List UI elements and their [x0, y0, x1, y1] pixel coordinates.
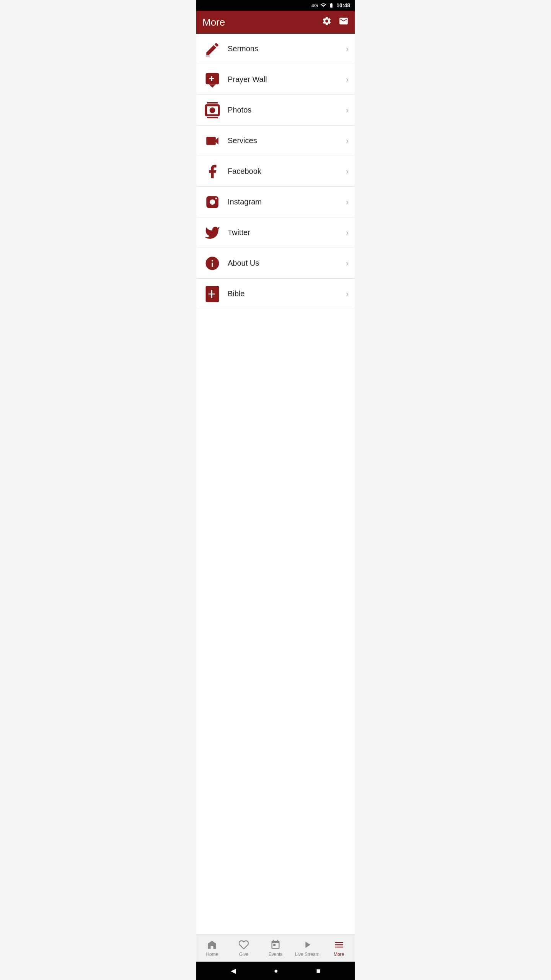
menu-item-twitter[interactable]: Twitter › — [196, 217, 355, 248]
about-icon-wrap — [202, 253, 222, 273]
menu-item-bible[interactable]: Bible › — [196, 279, 355, 309]
sermons-icon-wrap — [202, 39, 222, 59]
twitter-icon — [204, 225, 220, 241]
twitter-chevron: › — [346, 228, 349, 237]
menu-item-instagram[interactable]: Instagram › — [196, 187, 355, 217]
network-icon: 4G — [311, 3, 318, 8]
prayer-wall-chevron: › — [346, 75, 349, 84]
instagram-label: Instagram — [228, 198, 346, 206]
header-actions — [322, 16, 349, 28]
menu-item-prayer-wall[interactable]: Prayer Wall › — [196, 64, 355, 95]
prayer-wall-label: Prayer Wall — [228, 75, 346, 84]
sermons-label: Sermons — [228, 44, 346, 53]
recent-button[interactable]: ■ — [316, 967, 320, 975]
prayer-icon-wrap — [202, 70, 222, 90]
bottom-nav: Home Give Events Live Stream More — [196, 934, 355, 962]
nav-item-events[interactable]: Events — [260, 934, 292, 962]
bible-chevron: › — [346, 289, 349, 298]
nav-item-live-stream[interactable]: Live Stream — [291, 934, 323, 962]
about-us-label: About Us — [228, 259, 346, 268]
facebook-chevron: › — [346, 167, 349, 176]
services-chevron: › — [346, 136, 349, 145]
menu-item-about-us[interactable]: About Us › — [196, 248, 355, 279]
facebook-icon — [204, 163, 220, 180]
services-icon — [204, 133, 220, 149]
more-nav-label: More — [334, 952, 344, 957]
bible-label: Bible — [228, 289, 346, 298]
services-icon-wrap — [202, 131, 222, 151]
android-nav-bar: ◀ ● ■ — [196, 962, 355, 980]
facebook-label: Facebook — [228, 167, 346, 176]
give-nav-label: Give — [239, 952, 249, 957]
svg-marker-2 — [209, 84, 216, 88]
menu-nav-icon — [334, 939, 344, 950]
twitter-label: Twitter — [228, 228, 346, 237]
photos-chevron: › — [346, 106, 349, 114]
back-button[interactable]: ◀ — [231, 967, 236, 975]
info-icon — [204, 255, 220, 271]
photos-icon-wrap — [202, 100, 222, 120]
twitter-icon-wrap — [202, 223, 222, 243]
clock: 10:48 — [336, 2, 350, 8]
signal-icon — [320, 2, 326, 8]
prayer-icon — [204, 72, 220, 88]
instagram-icon-wrap — [202, 192, 222, 212]
services-label: Services — [228, 136, 346, 145]
svg-point-7 — [210, 108, 215, 112]
status-bar: 4G 10:48 — [196, 0, 355, 11]
sermons-chevron: › — [346, 44, 349, 53]
home-button[interactable]: ● — [274, 967, 278, 975]
events-nav-label: Events — [269, 952, 283, 957]
menu-item-sermons[interactable]: Sermons › — [196, 34, 355, 64]
calendar-nav-icon — [270, 939, 281, 950]
heart-nav-icon — [238, 939, 249, 950]
live-stream-nav-label: Live Stream — [295, 952, 320, 957]
nav-item-home[interactable]: Home — [196, 934, 228, 962]
instagram-icon — [204, 194, 220, 210]
home-nav-icon — [207, 939, 217, 950]
play-nav-icon — [302, 939, 313, 950]
bible-icon-wrap — [202, 284, 222, 304]
menu-list: Sermons › Prayer Wall › Photos — [196, 34, 355, 934]
page-title: More — [202, 16, 225, 28]
photos-icon — [204, 102, 220, 118]
menu-item-services[interactable]: Services › — [196, 126, 355, 156]
about-us-chevron: › — [346, 259, 349, 268]
menu-item-facebook[interactable]: Facebook › — [196, 156, 355, 187]
app-header: More — [196, 11, 355, 34]
nav-item-more[interactable]: More — [323, 934, 355, 962]
nav-item-give[interactable]: Give — [228, 934, 260, 962]
svg-rect-0 — [206, 56, 210, 56]
sermons-icon — [204, 41, 220, 57]
settings-icon[interactable] — [322, 16, 332, 28]
menu-item-photos[interactable]: Photos › — [196, 95, 355, 126]
instagram-chevron: › — [346, 198, 349, 206]
home-nav-label: Home — [206, 952, 218, 957]
photos-label: Photos — [228, 106, 346, 114]
battery-icon — [329, 2, 334, 8]
bible-icon — [204, 286, 220, 302]
email-icon[interactable] — [339, 16, 349, 28]
facebook-icon-wrap — [202, 162, 222, 181]
